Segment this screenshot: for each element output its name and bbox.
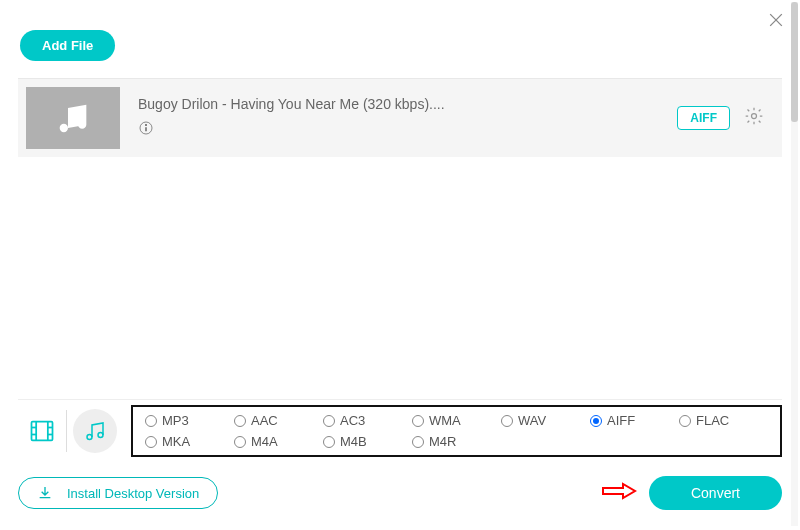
tab-audio[interactable] xyxy=(73,409,117,453)
file-actions: AIFF xyxy=(677,106,774,130)
file-title: Bugoy Drilon - Having You Near Me (320 k… xyxy=(138,96,677,112)
format-label: AAC xyxy=(251,413,278,428)
tab-video[interactable] xyxy=(18,406,66,456)
format-option-aiff[interactable]: AIFF xyxy=(590,413,679,428)
radio-icon xyxy=(590,415,602,427)
radio-icon xyxy=(679,415,691,427)
format-option-wma[interactable]: WMA xyxy=(412,413,501,428)
info-icon[interactable] xyxy=(138,120,154,136)
svg-point-13 xyxy=(87,435,92,440)
radio-icon xyxy=(501,415,513,427)
radio-icon xyxy=(234,415,246,427)
format-panel: MP3AACAC3WMAWAVAIFFFLACMKAM4AM4BM4R xyxy=(18,399,782,462)
radio-icon xyxy=(234,436,246,448)
scrollbar-thumb[interactable] xyxy=(791,2,798,122)
format-label: M4B xyxy=(340,434,367,449)
radio-icon xyxy=(412,415,424,427)
file-item: Bugoy Drilon - Having You Near Me (320 k… xyxy=(18,79,782,157)
format-label: AIFF xyxy=(607,413,635,428)
format-option-m4r[interactable]: M4R xyxy=(412,434,501,449)
radio-icon xyxy=(145,415,157,427)
svg-rect-6 xyxy=(32,422,53,441)
format-option-aac[interactable]: AAC xyxy=(234,413,323,428)
radio-icon xyxy=(323,415,335,427)
format-option-m4b[interactable]: M4B xyxy=(323,434,412,449)
radio-icon xyxy=(323,436,335,448)
svg-point-4 xyxy=(145,124,146,125)
format-label: FLAC xyxy=(696,413,729,428)
format-option-ac3[interactable]: AC3 xyxy=(323,413,412,428)
radio-icon xyxy=(145,436,157,448)
radio-icon xyxy=(412,436,424,448)
add-file-button[interactable]: Add File xyxy=(20,30,115,61)
format-label: MP3 xyxy=(162,413,189,428)
tab-divider xyxy=(66,410,67,452)
format-label: WAV xyxy=(518,413,546,428)
install-label: Install Desktop Version xyxy=(67,486,199,501)
svg-point-5 xyxy=(752,114,757,119)
bottom-bar: Install Desktop Version Convert xyxy=(18,476,782,510)
format-badge[interactable]: AIFF xyxy=(677,106,730,130)
formats-box: MP3AACAC3WMAWAVAIFFFLACMKAM4AM4BM4R xyxy=(131,405,782,457)
format-label: AC3 xyxy=(340,413,365,428)
arrow-annotation-icon xyxy=(601,481,637,505)
format-option-flac[interactable]: FLAC xyxy=(679,413,768,428)
file-info: Bugoy Drilon - Having You Near Me (320 k… xyxy=(120,96,677,140)
format-option-wav[interactable]: WAV xyxy=(501,413,590,428)
right-actions: Convert xyxy=(601,476,782,510)
settings-icon[interactable] xyxy=(744,106,764,130)
format-label: WMA xyxy=(429,413,461,428)
format-option-mp3[interactable]: MP3 xyxy=(145,413,234,428)
file-thumbnail xyxy=(26,87,120,149)
convert-button[interactable]: Convert xyxy=(649,476,782,510)
svg-point-14 xyxy=(98,433,103,438)
close-button[interactable] xyxy=(766,10,786,34)
format-label: M4A xyxy=(251,434,278,449)
format-option-m4a[interactable]: M4A xyxy=(234,434,323,449)
tab-area xyxy=(18,400,123,462)
install-desktop-button[interactable]: Install Desktop Version xyxy=(18,477,218,509)
file-list: Bugoy Drilon - Having You Near Me (320 k… xyxy=(18,78,782,157)
format-label: M4R xyxy=(429,434,456,449)
format-option-mka[interactable]: MKA xyxy=(145,434,234,449)
format-label: MKA xyxy=(162,434,190,449)
scrollbar[interactable] xyxy=(791,2,798,526)
